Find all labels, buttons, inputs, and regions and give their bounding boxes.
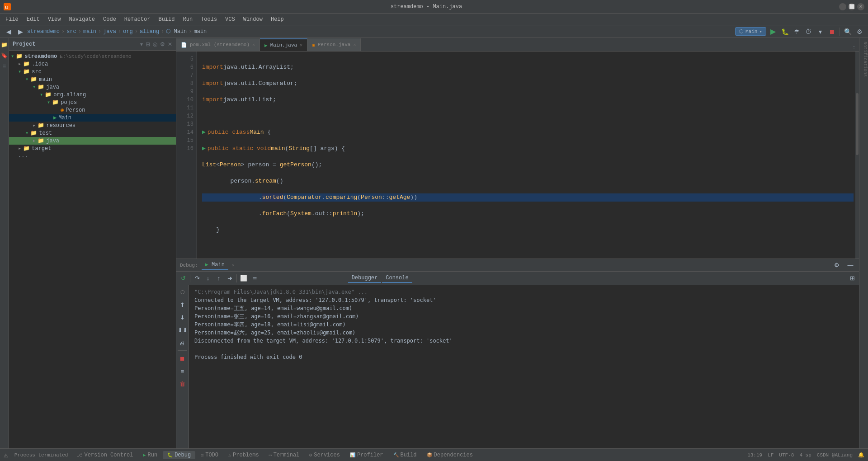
tree-item-test-java[interactable]: ▸ 📁 java	[9, 137, 176, 145]
editor-scrollbar[interactable]	[855, 52, 859, 259]
main-tab-close[interactable]: ✕	[300, 42, 302, 48]
project-panel-collapse-all[interactable]: ⊟	[146, 41, 150, 47]
person-tab-close[interactable]: ✕	[353, 42, 356, 47]
scroll-to-end-button[interactable]: ⬇⬇	[178, 325, 188, 335]
debug-tab-main[interactable]: ▶ Main	[202, 260, 228, 270]
maximize-button[interactable]: ⬜	[848, 3, 855, 10]
sidebar-structure-icon[interactable]: ≡	[1, 63, 8, 71]
menu-build[interactable]: Build	[155, 15, 178, 24]
pom-tab-close[interactable]: ✕	[252, 42, 255, 47]
run-with-coverage-button[interactable]: ☂	[792, 27, 802, 37]
breadcrumb-streamdemo[interactable]: streamdemo	[27, 28, 60, 35]
step-over-button[interactable]: ↷	[192, 273, 202, 283]
debug-button[interactable]: 🐛	[780, 27, 790, 37]
menu-refactor[interactable]: Refactor	[121, 15, 154, 24]
status-tab-problems[interactable]: ⚠ Problems	[224, 451, 264, 459]
debug-minimize-button[interactable]: —	[845, 260, 855, 270]
menu-file[interactable]: File	[2, 15, 22, 24]
console-clear-button[interactable]: ⬡	[178, 287, 188, 297]
more-run-options[interactable]: ▾	[815, 27, 825, 37]
tree-item-main-folder[interactable]: ▾ 📁 main	[9, 75, 176, 83]
menu-vcs[interactable]: VCS	[222, 15, 239, 24]
tree-item-pojos[interactable]: ▾ 📁 pojos	[9, 99, 176, 106]
tree-item-test[interactable]: ▾ 📁 test	[9, 129, 176, 137]
frames-button[interactable]: ⬜	[239, 273, 249, 283]
tree-item-org-aliang[interactable]: ▾ 📁 org.aliang	[9, 91, 176, 99]
settings-button[interactable]: ⚙	[854, 27, 864, 37]
sidebar-project-icon[interactable]: 📁	[1, 42, 8, 49]
close-button[interactable]: ✕	[857, 3, 864, 10]
project-panel-close[interactable]: ✕	[168, 41, 172, 47]
run-to-cursor-button[interactable]: ➜	[225, 273, 235, 283]
forward-button[interactable]: ▶	[15, 27, 25, 37]
status-tab-run[interactable]: ▶ Run	[139, 451, 162, 459]
breadcrumb-java[interactable]: java	[103, 28, 116, 35]
tab-main-java[interactable]: ▶ Main.java ✕	[260, 38, 307, 51]
status-tab-version-control[interactable]: ⎇ Version Control	[72, 451, 137, 459]
project-panel-dropdown[interactable]: ▾	[140, 41, 143, 47]
stop-console-button[interactable]: ⏹	[178, 353, 188, 363]
back-button[interactable]: ◀	[4, 27, 14, 37]
code-editor[interactable]: 5 6 7 8 9 10 11 12 13 14 15 16 import ja…	[176, 52, 859, 259]
status-tab-dependencies[interactable]: 📦 Dependencies	[422, 451, 477, 459]
console-tab-debugger[interactable]: Debugger	[348, 274, 382, 283]
debug-settings-button[interactable]: ⚙	[832, 260, 842, 270]
tree-item-resources[interactable]: ▸ 📁 resources	[9, 122, 176, 129]
split-mode-button[interactable]: ⊞	[847, 273, 857, 283]
breadcrumb-src[interactable]: src	[66, 28, 76, 35]
remove-button[interactable]: 🗑	[178, 379, 188, 389]
scroll-up-button[interactable]: ⬆	[178, 300, 188, 310]
step-out-button[interactable]: ↑	[214, 273, 224, 283]
breadcrumb-main[interactable]: main	[83, 28, 96, 35]
tree-item-src[interactable]: ▾ 📁 src	[9, 68, 176, 75]
scroll-down-button[interactable]: ⬇	[178, 312, 188, 322]
run-gutter-btn-10[interactable]: ▶	[202, 145, 206, 153]
run-config-selector[interactable]: ⬡ Main ▾	[735, 27, 766, 36]
project-panel-scroll-from-source[interactable]: ◎	[153, 41, 157, 47]
menu-navigate[interactable]: Navigate	[65, 15, 99, 24]
breadcrumb-org[interactable]: org	[123, 28, 133, 35]
search-everywhere-button[interactable]: 🔍	[843, 27, 853, 37]
variables-button[interactable]: ≣	[250, 273, 259, 283]
debug-tab-close[interactable]: ✕	[232, 263, 235, 268]
tree-item-more[interactable]: ...	[9, 152, 176, 160]
tab-options-button[interactable]: ⋮	[849, 41, 859, 51]
tree-item-java-folder[interactable]: ▾ 📁 java	[9, 83, 176, 91]
sidebar-bookmark-icon[interactable]: 🔖	[1, 52, 8, 60]
project-panel-settings[interactable]: ⚙	[160, 41, 165, 47]
fold-button[interactable]: ≡	[178, 366, 188, 376]
menu-view[interactable]: View	[44, 15, 65, 24]
status-tab-debug[interactable]: 🐛 Debug	[163, 451, 195, 459]
breadcrumb-aliang[interactable]: aliang	[140, 28, 159, 35]
menu-tools[interactable]: Tools	[197, 15, 221, 24]
menu-help[interactable]: Help	[267, 15, 288, 24]
minimize-button[interactable]: —	[839, 3, 846, 10]
menu-run[interactable]: Run	[179, 15, 196, 24]
tree-item-root[interactable]: ▾ 📁 streamdemo E:\Study\code\streamdemo	[9, 52, 176, 60]
notifications-icon[interactable]: 🔔	[858, 452, 864, 458]
tree-item-main-class[interactable]: ▶ Main	[9, 114, 176, 122]
status-tab-todo[interactable]: ☑ TODO	[196, 451, 223, 459]
status-tab-terminal[interactable]: ▭ Terminal	[264, 451, 304, 459]
status-tab-profiler[interactable]: 📊 Profiler	[345, 451, 388, 459]
status-tab-services[interactable]: ⚙ Services	[305, 451, 344, 459]
tree-item-person[interactable]: ◉ Person	[9, 106, 176, 114]
menu-code[interactable]: Code	[99, 15, 120, 24]
step-into-button[interactable]: ↓	[203, 273, 213, 283]
tree-item-target[interactable]: ▸ 📁 target	[9, 145, 176, 152]
breadcrumb-class[interactable]: ⬡ Main	[166, 28, 187, 35]
console-tab-console[interactable]: Console	[382, 274, 412, 283]
run-button[interactable]: ▶	[768, 27, 778, 37]
run-gutter-btn-9[interactable]: ▶	[202, 128, 206, 136]
menu-edit[interactable]: Edit	[23, 15, 43, 24]
tab-person-java[interactable]: ◉ Person.java ✕	[307, 38, 361, 51]
status-tab-build[interactable]: 🔨 Build	[389, 451, 421, 459]
print-button[interactable]: 🖨	[178, 338, 188, 348]
rerun-button[interactable]: ↺	[178, 273, 188, 283]
menu-window[interactable]: Window	[240, 15, 266, 24]
tree-item-idea[interactable]: ▸ 📁 .idea	[9, 60, 176, 68]
right-notifications-icon[interactable]: Notifications	[860, 42, 868, 49]
tab-pom-xml[interactable]: 📄 pom.xml (streamdemo) ✕	[176, 38, 260, 51]
stop-button[interactable]: ⏹	[827, 27, 837, 37]
profile-button[interactable]: ⏱	[803, 27, 813, 37]
